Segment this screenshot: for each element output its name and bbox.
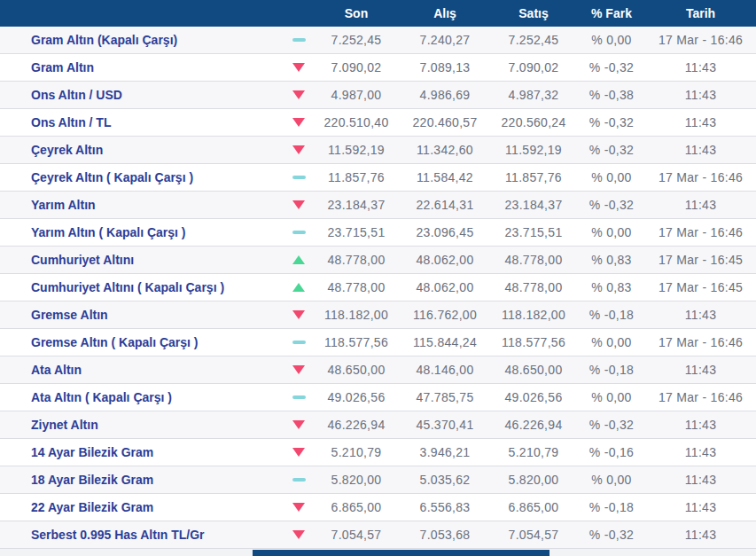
instrument-name: 22 Ayar Bilezik Gram <box>0 500 285 514</box>
satis-value: 48.778,00 <box>489 280 578 294</box>
alis-value: 22.614,31 <box>401 198 489 212</box>
table-row[interactable]: Gram Altın (Kapalı Çarşı) 7.252,45 7.240… <box>0 27 756 54</box>
tarih-value: 11:43 <box>645 528 756 542</box>
fark-value: % -0,32 <box>578 143 645 157</box>
son-value: 7.090,02 <box>312 60 401 74</box>
instrument-name: Serbest 0.995 Has Altın TL/Gr <box>0 528 285 542</box>
satis-value: 7.090,02 <box>489 60 578 74</box>
fark-value: % -0,32 <box>578 418 645 432</box>
alis-value: 220.460,57 <box>401 115 489 129</box>
alis-value: 7.240,27 <box>401 33 489 47</box>
son-value: 7.252,45 <box>312 33 401 47</box>
tarih-value: 11:43 <box>645 88 756 102</box>
trend-up-icon <box>292 255 305 264</box>
satis-value: 7.054,57 <box>489 528 578 542</box>
trend-down-icon <box>292 90 305 99</box>
table-row[interactable]: Ons Altın / TL 220.510,40 220.460,57 220… <box>0 109 756 137</box>
alis-value: 4.986,69 <box>401 88 489 102</box>
alis-value: 7.053,68 <box>401 528 489 542</box>
trend-down-icon <box>292 448 305 457</box>
son-value: 6.865,00 <box>312 500 401 514</box>
table-row[interactable]: Ons Altın / USD 4.987,00 4.986,69 4.987,… <box>0 82 756 109</box>
table-row[interactable]: Gremse Altın ( Kapalı Çarşı ) 118.577,56… <box>0 329 756 356</box>
fark-value: % 0,83 <box>578 253 645 267</box>
instrument-name: Gram Altın (Kapalı Çarşı) <box>0 33 285 47</box>
table-row[interactable]: Ata Altın ( Kapalı Çarşı ) 49.026,56 47.… <box>0 384 756 411</box>
son-value: 49.026,56 <box>312 390 401 404</box>
alis-value: 115.844,24 <box>401 335 489 349</box>
table-row[interactable]: Yarım Altın ( Kapalı Çarşı ) 23.715,51 2… <box>0 219 756 247</box>
instrument-name: Cumhuriyet Altını <box>0 253 285 267</box>
trend-up-icon <box>292 283 305 292</box>
satis-value: 11.592,19 <box>489 143 578 157</box>
instrument-name: 18 Ayar Bilezik Gram <box>0 473 285 487</box>
satis-value: 23.184,37 <box>489 198 578 212</box>
son-value: 23.715,51 <box>312 225 401 239</box>
instrument-name: Yarım Altın <box>0 198 285 212</box>
alis-value: 6.556,83 <box>401 500 489 514</box>
son-value: 220.510,40 <box>312 115 401 129</box>
trend-flat-icon <box>292 478 306 482</box>
tarih-value: 11:43 <box>645 308 756 322</box>
satis-value: 7.252,45 <box>489 33 578 47</box>
horizontal-scrollbar-thumb[interactable] <box>253 550 549 556</box>
table-row[interactable]: Cumhuriyet Altını ( Kapalı Çarşı ) 48.77… <box>0 274 756 301</box>
tarih-value: 11:43 <box>645 363 756 377</box>
instrument-name: Çeyrek Altın <box>0 143 285 157</box>
fark-value: % 0,00 <box>578 33 645 47</box>
trend-down-icon <box>292 63 305 72</box>
table-row[interactable]: 18 Ayar Bilezik Gram 5.820,00 5.035,62 5… <box>0 466 756 494</box>
alis-value: 45.370,41 <box>401 418 489 432</box>
satis-value: 6.865,00 <box>489 500 578 514</box>
tarih-value: 17 Mar - 16:46 <box>645 170 756 184</box>
son-value: 118.182,00 <box>312 308 401 322</box>
instrument-name: Ons Altın / USD <box>0 88 285 102</box>
fark-value: % -0,32 <box>578 528 645 542</box>
alis-value: 23.096,45 <box>401 225 489 239</box>
satis-value: 49.026,56 <box>489 390 578 404</box>
instrument-name: Çeyrek Altın ( Kapalı Çarşı ) <box>0 170 285 184</box>
fark-value: % -0,38 <box>578 88 645 102</box>
table-row[interactable]: 22 Ayar Bilezik Gram 6.865,00 6.556,83 6… <box>0 494 756 521</box>
satis-value: 118.182,00 <box>489 308 578 322</box>
tarih-value: 17 Mar - 16:45 <box>645 280 756 294</box>
table-row[interactable]: Çeyrek Altın 11.592,19 11.342,60 11.592,… <box>0 137 756 164</box>
table-row[interactable]: Gram Altın 7.090,02 7.089,13 7.090,02 % … <box>0 54 756 82</box>
rates-table-body: Gram Altın (Kapalı Çarşı) 7.252,45 7.240… <box>0 27 756 549</box>
table-row[interactable]: Ata Altın 48.650,00 48.146,00 48.650,00 … <box>0 356 756 384</box>
son-value: 7.054,57 <box>312 528 401 542</box>
instrument-name: Cumhuriyet Altını ( Kapalı Çarşı ) <box>0 280 285 294</box>
tarih-value: 11:43 <box>645 500 756 514</box>
alis-value: 11.342,60 <box>401 143 489 157</box>
satis-value: 5.820,00 <box>489 473 578 487</box>
tarih-value: 17 Mar - 16:46 <box>645 390 756 404</box>
satis-value: 118.577,56 <box>489 335 578 349</box>
table-row[interactable]: Ziynet Altın 46.226,94 45.370,41 46.226,… <box>0 411 756 439</box>
satis-value: 48.778,00 <box>489 253 578 267</box>
table-row[interactable]: Çeyrek Altın ( Kapalı Çarşı ) 11.857,76 … <box>0 164 756 192</box>
satis-value: 46.226,94 <box>489 418 578 432</box>
son-value: 118.577,56 <box>312 335 401 349</box>
table-row[interactable]: Cumhuriyet Altını 48.778,00 48.062,00 48… <box>0 247 756 274</box>
fark-value: % -0,18 <box>578 363 645 377</box>
satis-value: 23.715,51 <box>489 225 578 239</box>
alis-value: 48.062,00 <box>401 280 489 294</box>
tarih-value: 17 Mar - 16:46 <box>645 225 756 239</box>
table-row[interactable]: 14 Ayar Bilezik Gram 5.210,79 3.946,21 5… <box>0 439 756 466</box>
table-row[interactable]: Serbest 0.995 Has Altın TL/Gr 7.054,57 7… <box>0 521 756 549</box>
satis-value: 4.987,32 <box>489 88 578 102</box>
instrument-name: 14 Ayar Bilezik Gram <box>0 445 285 459</box>
trend-down-icon <box>292 530 305 539</box>
instrument-name: Yarım Altın ( Kapalı Çarşı ) <box>0 225 285 239</box>
table-row[interactable]: Gremse Altın 118.182,00 116.762,00 118.1… <box>0 301 756 329</box>
tarih-value: 11:43 <box>645 115 756 129</box>
column-header-son: Son <box>312 6 401 20</box>
table-row[interactable]: Yarım Altın 23.184,37 22.614,31 23.184,3… <box>0 192 756 219</box>
fark-value: % 0,00 <box>578 225 645 239</box>
trend-down-icon <box>292 200 305 209</box>
fark-value: % 0,00 <box>578 170 645 184</box>
trend-down-icon <box>292 420 305 429</box>
column-header-fark: % Fark <box>578 6 645 20</box>
horizontal-scrollbar-track[interactable] <box>0 549 756 556</box>
instrument-name: Gremse Altın <box>0 308 285 322</box>
